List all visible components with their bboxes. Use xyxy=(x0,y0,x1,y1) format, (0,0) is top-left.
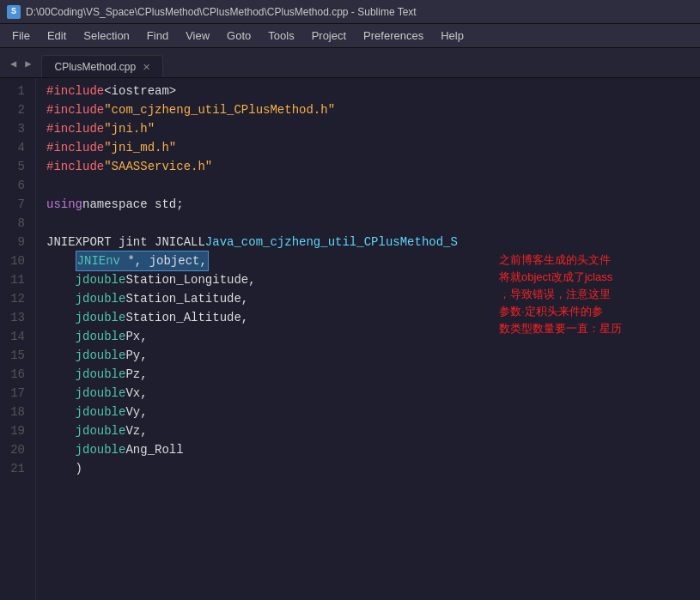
code-line-10: JNIEnv *, jobject, xyxy=(46,252,700,270)
code-line-15: jdouble Py, xyxy=(46,346,700,365)
code-line-5: #include "SAASService.h" xyxy=(46,157,700,176)
title-bar-text: D:\00Coding\VS_Space\CPlusMethod\CPlusMe… xyxy=(26,6,417,18)
line-num-2: 2 xyxy=(7,100,25,119)
menu-bar: File Edit Selection Find View Goto Tools… xyxy=(0,24,700,48)
code-line-2: #include "com_cjzheng_util_CPlusMethod.h… xyxy=(46,100,700,119)
code-line-17: jdouble Vx, xyxy=(46,384,700,403)
menu-tools[interactable]: Tools xyxy=(259,26,302,45)
code-line-9: JNIEXPORT jint JNICALL Java_com_cjzheng_… xyxy=(46,233,700,252)
tab-label: CPlusMethod.cpp xyxy=(54,61,136,73)
code-line-3: #include "jni.h" xyxy=(46,119,700,138)
code-line-6 xyxy=(46,176,700,195)
line-num-21: 21 xyxy=(7,459,25,478)
line-num-20: 20 xyxy=(7,440,25,459)
code-line-7: using namespace std; xyxy=(46,195,700,214)
nav-arrows: ◀ ▶ xyxy=(7,56,34,77)
line-num-5: 5 xyxy=(7,157,25,176)
code-line-13: jdouble Station_Altitude, xyxy=(46,308,700,327)
line-num-7: 7 xyxy=(7,195,25,214)
code-line-21: ) xyxy=(46,459,700,478)
line-numbers: 1 2 3 4 5 6 7 8 9 10 11 12 13 14 15 16 1… xyxy=(0,78,36,600)
line-num-16: 16 xyxy=(7,365,25,384)
code-line-18: jdouble Vy, xyxy=(46,403,700,421)
line-num-6: 6 xyxy=(7,176,25,195)
menu-help[interactable]: Help xyxy=(432,26,472,45)
menu-selection[interactable]: Selection xyxy=(75,26,137,45)
line-num-17: 17 xyxy=(7,384,25,403)
code-line-1: #include<iostream> xyxy=(46,82,700,100)
line-num-11: 11 xyxy=(7,270,25,289)
line-num-18: 18 xyxy=(7,403,25,421)
title-bar: S D:\00Coding\VS_Space\CPlusMethod\CPlus… xyxy=(0,0,700,24)
tab-bar: ◀ ▶ CPlusMethod.cpp ✕ xyxy=(0,48,700,78)
line-num-3: 3 xyxy=(7,119,25,138)
nav-forward-arrow[interactable]: ▶ xyxy=(21,56,34,72)
menu-project[interactable]: Project xyxy=(303,26,355,45)
line-num-13: 13 xyxy=(7,308,25,327)
line-num-8: 8 xyxy=(7,214,25,233)
line-num-15: 15 xyxy=(7,346,25,365)
code-line-14: jdouble Px, xyxy=(46,327,700,346)
line-num-14: 14 xyxy=(7,327,25,346)
menu-preferences[interactable]: Preferences xyxy=(355,26,432,45)
code-line-4: #include "jni_md.h" xyxy=(46,138,700,157)
code-line-19: jdouble Vz, xyxy=(46,421,700,440)
line-num-9: 9 xyxy=(7,233,25,252)
menu-file[interactable]: File xyxy=(3,26,39,45)
code-line-20: jdouble Ang_Roll xyxy=(46,440,700,459)
tab-cplusmethod[interactable]: CPlusMethod.cpp ✕ xyxy=(41,55,163,77)
code-line-12: jdouble Station_Latitude, xyxy=(46,289,700,308)
code-line-8 xyxy=(46,214,700,233)
line-num-4: 4 xyxy=(7,138,25,157)
tab-close-button[interactable]: ✕ xyxy=(143,62,150,73)
menu-view[interactable]: View xyxy=(177,26,218,45)
app-icon: S xyxy=(7,5,21,19)
menu-edit[interactable]: Edit xyxy=(39,26,75,45)
nav-back-arrow[interactable]: ◀ xyxy=(7,56,20,72)
code-line-16: jdouble Pz, xyxy=(46,365,700,384)
line-num-10: 10 xyxy=(7,252,25,270)
line-num-12: 12 xyxy=(7,289,25,308)
editor: 1 2 3 4 5 6 7 8 9 10 11 12 13 14 15 16 1… xyxy=(0,78,700,600)
code-area[interactable]: #include<iostream> #include "com_cjzheng… xyxy=(36,78,700,600)
menu-find[interactable]: Find xyxy=(138,26,177,45)
menu-goto[interactable]: Goto xyxy=(218,26,259,45)
code-line-11: jdouble Station_Longitude, xyxy=(46,270,700,289)
line-num-19: 19 xyxy=(7,421,25,440)
line-num-1: 1 xyxy=(7,82,25,100)
